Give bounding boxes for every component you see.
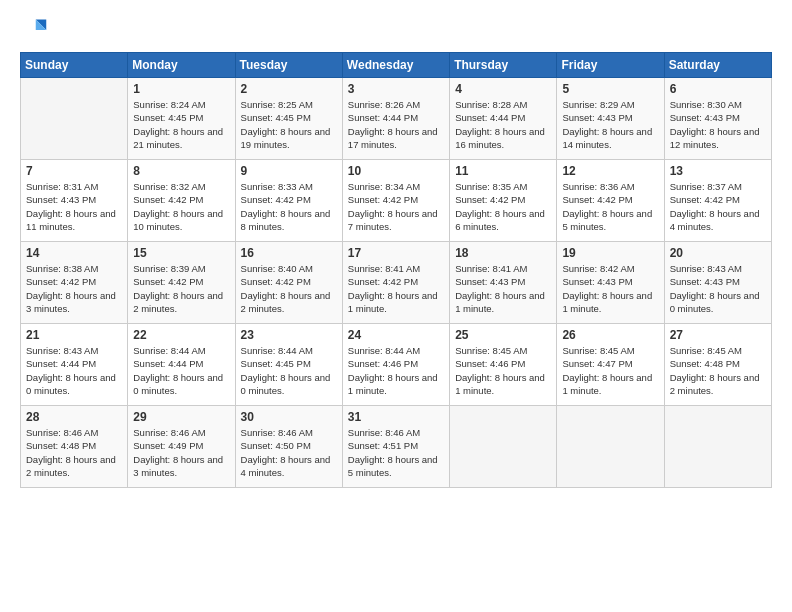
day-info: Sunrise: 8:44 AM Sunset: 4:45 PM Dayligh… xyxy=(241,344,337,397)
calendar-cell xyxy=(21,78,128,160)
day-info: Sunrise: 8:45 AM Sunset: 4:48 PM Dayligh… xyxy=(670,344,766,397)
day-info: Sunrise: 8:37 AM Sunset: 4:42 PM Dayligh… xyxy=(670,180,766,233)
day-info: Sunrise: 8:26 AM Sunset: 4:44 PM Dayligh… xyxy=(348,98,444,151)
day-number: 22 xyxy=(133,328,229,342)
day-number: 1 xyxy=(133,82,229,96)
weekday-header-thursday: Thursday xyxy=(450,53,557,78)
day-number: 3 xyxy=(348,82,444,96)
day-info: Sunrise: 8:33 AM Sunset: 4:42 PM Dayligh… xyxy=(241,180,337,233)
day-number: 27 xyxy=(670,328,766,342)
day-info: Sunrise: 8:25 AM Sunset: 4:45 PM Dayligh… xyxy=(241,98,337,151)
header xyxy=(20,16,772,44)
weekday-header-tuesday: Tuesday xyxy=(235,53,342,78)
day-info: Sunrise: 8:38 AM Sunset: 4:42 PM Dayligh… xyxy=(26,262,122,315)
calendar-cell: 28Sunrise: 8:46 AM Sunset: 4:48 PM Dayli… xyxy=(21,406,128,488)
calendar-cell xyxy=(450,406,557,488)
day-info: Sunrise: 8:46 AM Sunset: 4:48 PM Dayligh… xyxy=(26,426,122,479)
day-number: 30 xyxy=(241,410,337,424)
logo-icon xyxy=(20,16,48,44)
day-number: 25 xyxy=(455,328,551,342)
day-number: 6 xyxy=(670,82,766,96)
day-info: Sunrise: 8:46 AM Sunset: 4:50 PM Dayligh… xyxy=(241,426,337,479)
day-number: 5 xyxy=(562,82,658,96)
day-info: Sunrise: 8:32 AM Sunset: 4:42 PM Dayligh… xyxy=(133,180,229,233)
day-number: 10 xyxy=(348,164,444,178)
calendar-cell xyxy=(664,406,771,488)
calendar-cell: 6Sunrise: 8:30 AM Sunset: 4:43 PM Daylig… xyxy=(664,78,771,160)
calendar-cell: 5Sunrise: 8:29 AM Sunset: 4:43 PM Daylig… xyxy=(557,78,664,160)
day-info: Sunrise: 8:29 AM Sunset: 4:43 PM Dayligh… xyxy=(562,98,658,151)
calendar-cell: 18Sunrise: 8:41 AM Sunset: 4:43 PM Dayli… xyxy=(450,242,557,324)
logo xyxy=(20,16,52,44)
day-info: Sunrise: 8:43 AM Sunset: 4:44 PM Dayligh… xyxy=(26,344,122,397)
day-info: Sunrise: 8:44 AM Sunset: 4:44 PM Dayligh… xyxy=(133,344,229,397)
day-info: Sunrise: 8:39 AM Sunset: 4:42 PM Dayligh… xyxy=(133,262,229,315)
day-info: Sunrise: 8:40 AM Sunset: 4:42 PM Dayligh… xyxy=(241,262,337,315)
day-info: Sunrise: 8:41 AM Sunset: 4:43 PM Dayligh… xyxy=(455,262,551,315)
day-info: Sunrise: 8:44 AM Sunset: 4:46 PM Dayligh… xyxy=(348,344,444,397)
day-number: 4 xyxy=(455,82,551,96)
day-number: 12 xyxy=(562,164,658,178)
calendar-cell: 23Sunrise: 8:44 AM Sunset: 4:45 PM Dayli… xyxy=(235,324,342,406)
day-number: 29 xyxy=(133,410,229,424)
weekday-header-monday: Monday xyxy=(128,53,235,78)
calendar-cell: 31Sunrise: 8:46 AM Sunset: 4:51 PM Dayli… xyxy=(342,406,449,488)
day-info: Sunrise: 8:28 AM Sunset: 4:44 PM Dayligh… xyxy=(455,98,551,151)
calendar-cell: 4Sunrise: 8:28 AM Sunset: 4:44 PM Daylig… xyxy=(450,78,557,160)
day-info: Sunrise: 8:41 AM Sunset: 4:42 PM Dayligh… xyxy=(348,262,444,315)
calendar-cell: 19Sunrise: 8:42 AM Sunset: 4:43 PM Dayli… xyxy=(557,242,664,324)
day-info: Sunrise: 8:30 AM Sunset: 4:43 PM Dayligh… xyxy=(670,98,766,151)
calendar-cell: 14Sunrise: 8:38 AM Sunset: 4:42 PM Dayli… xyxy=(21,242,128,324)
calendar-cell: 12Sunrise: 8:36 AM Sunset: 4:42 PM Dayli… xyxy=(557,160,664,242)
calendar-week-2: 7Sunrise: 8:31 AM Sunset: 4:43 PM Daylig… xyxy=(21,160,772,242)
calendar-body: 1Sunrise: 8:24 AM Sunset: 4:45 PM Daylig… xyxy=(21,78,772,488)
calendar-cell: 8Sunrise: 8:32 AM Sunset: 4:42 PM Daylig… xyxy=(128,160,235,242)
weekday-header-row: SundayMondayTuesdayWednesdayThursdayFrid… xyxy=(21,53,772,78)
calendar-cell: 3Sunrise: 8:26 AM Sunset: 4:44 PM Daylig… xyxy=(342,78,449,160)
day-number: 21 xyxy=(26,328,122,342)
day-info: Sunrise: 8:24 AM Sunset: 4:45 PM Dayligh… xyxy=(133,98,229,151)
calendar-week-1: 1Sunrise: 8:24 AM Sunset: 4:45 PM Daylig… xyxy=(21,78,772,160)
calendar-cell: 29Sunrise: 8:46 AM Sunset: 4:49 PM Dayli… xyxy=(128,406,235,488)
calendar-cell: 26Sunrise: 8:45 AM Sunset: 4:47 PM Dayli… xyxy=(557,324,664,406)
calendar-cell: 2Sunrise: 8:25 AM Sunset: 4:45 PM Daylig… xyxy=(235,78,342,160)
day-info: Sunrise: 8:45 AM Sunset: 4:46 PM Dayligh… xyxy=(455,344,551,397)
day-number: 17 xyxy=(348,246,444,260)
calendar-week-3: 14Sunrise: 8:38 AM Sunset: 4:42 PM Dayli… xyxy=(21,242,772,324)
calendar-week-5: 28Sunrise: 8:46 AM Sunset: 4:48 PM Dayli… xyxy=(21,406,772,488)
day-info: Sunrise: 8:43 AM Sunset: 4:43 PM Dayligh… xyxy=(670,262,766,315)
day-number: 20 xyxy=(670,246,766,260)
day-info: Sunrise: 8:46 AM Sunset: 4:49 PM Dayligh… xyxy=(133,426,229,479)
calendar-cell: 22Sunrise: 8:44 AM Sunset: 4:44 PM Dayli… xyxy=(128,324,235,406)
day-number: 2 xyxy=(241,82,337,96)
day-number: 15 xyxy=(133,246,229,260)
day-info: Sunrise: 8:42 AM Sunset: 4:43 PM Dayligh… xyxy=(562,262,658,315)
day-number: 13 xyxy=(670,164,766,178)
day-number: 11 xyxy=(455,164,551,178)
calendar-cell: 13Sunrise: 8:37 AM Sunset: 4:42 PM Dayli… xyxy=(664,160,771,242)
calendar-cell: 9Sunrise: 8:33 AM Sunset: 4:42 PM Daylig… xyxy=(235,160,342,242)
calendar-cell: 11Sunrise: 8:35 AM Sunset: 4:42 PM Dayli… xyxy=(450,160,557,242)
weekday-header-saturday: Saturday xyxy=(664,53,771,78)
calendar-header: SundayMondayTuesdayWednesdayThursdayFrid… xyxy=(21,53,772,78)
day-number: 26 xyxy=(562,328,658,342)
day-info: Sunrise: 8:34 AM Sunset: 4:42 PM Dayligh… xyxy=(348,180,444,233)
calendar-cell: 7Sunrise: 8:31 AM Sunset: 4:43 PM Daylig… xyxy=(21,160,128,242)
day-number: 23 xyxy=(241,328,337,342)
day-number: 7 xyxy=(26,164,122,178)
day-info: Sunrise: 8:36 AM Sunset: 4:42 PM Dayligh… xyxy=(562,180,658,233)
calendar-cell: 17Sunrise: 8:41 AM Sunset: 4:42 PM Dayli… xyxy=(342,242,449,324)
page: SundayMondayTuesdayWednesdayThursdayFrid… xyxy=(0,0,792,612)
day-number: 16 xyxy=(241,246,337,260)
calendar-table: SundayMondayTuesdayWednesdayThursdayFrid… xyxy=(20,52,772,488)
day-number: 28 xyxy=(26,410,122,424)
day-number: 14 xyxy=(26,246,122,260)
day-info: Sunrise: 8:31 AM Sunset: 4:43 PM Dayligh… xyxy=(26,180,122,233)
calendar-cell: 1Sunrise: 8:24 AM Sunset: 4:45 PM Daylig… xyxy=(128,78,235,160)
day-number: 18 xyxy=(455,246,551,260)
day-number: 8 xyxy=(133,164,229,178)
calendar-cell: 16Sunrise: 8:40 AM Sunset: 4:42 PM Dayli… xyxy=(235,242,342,324)
calendar-cell xyxy=(557,406,664,488)
calendar-cell: 15Sunrise: 8:39 AM Sunset: 4:42 PM Dayli… xyxy=(128,242,235,324)
calendar-cell: 30Sunrise: 8:46 AM Sunset: 4:50 PM Dayli… xyxy=(235,406,342,488)
